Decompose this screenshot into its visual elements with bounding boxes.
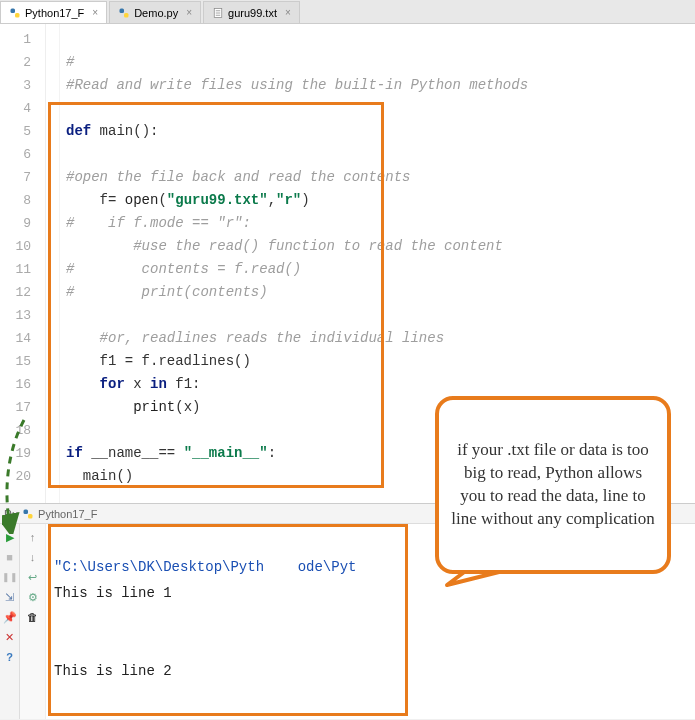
svg-rect-0 xyxy=(11,8,16,13)
up-icon[interactable]: ↑ xyxy=(26,530,40,544)
settings-icon[interactable]: ⚙ xyxy=(26,590,40,604)
fold-column xyxy=(46,24,60,503)
tab-python17[interactable]: Python17_F × xyxy=(0,1,107,23)
tab-demo[interactable]: Demo.py × xyxy=(109,1,201,23)
svg-rect-1 xyxy=(15,13,20,18)
callout-text: if your .txt file or data is too big to … xyxy=(451,439,655,531)
help-icon[interactable]: ? xyxy=(3,650,17,664)
close-icon[interactable]: × xyxy=(186,7,192,18)
tab-label: Python17_F xyxy=(25,7,84,19)
svg-rect-2 xyxy=(120,8,125,13)
down-icon[interactable]: ↓ xyxy=(26,550,40,564)
wrap-icon[interactable]: ↩ xyxy=(26,570,40,584)
close-icon[interactable]: × xyxy=(285,7,291,18)
close-icon[interactable]: × xyxy=(92,7,98,18)
console-line: This is line 2 xyxy=(54,663,172,679)
line-gutter: 12345 678910 1112131415 1617181920 xyxy=(0,24,46,503)
pin-icon[interactable]: 📌 xyxy=(3,610,17,624)
stop-icon[interactable]: ■ xyxy=(3,550,17,564)
highlight-box-console xyxy=(48,524,408,716)
python-icon xyxy=(22,508,34,520)
close-icon[interactable]: ✕ xyxy=(3,630,17,644)
run-toolbar-inner: ↑ ↓ ↩ ⚙ 🗑 xyxy=(20,524,46,719)
run-toolbar-left: ▶ ■ ❚❚ ⇲ 📌 ✕ ? xyxy=(0,524,20,719)
trash-icon[interactable]: 🗑 xyxy=(26,610,40,624)
pause-icon[interactable]: ❚❚ xyxy=(3,570,17,584)
tab-guru99[interactable]: guru99.txt × xyxy=(203,1,300,23)
annotation-callout: if your .txt file or data is too big to … xyxy=(435,396,671,574)
tab-label: guru99.txt xyxy=(228,7,277,19)
run-label: Ru xyxy=(4,508,18,520)
python-icon xyxy=(118,7,130,19)
export-icon[interactable]: ⇲ xyxy=(3,590,17,604)
tab-label: Demo.py xyxy=(134,7,178,19)
svg-rect-9 xyxy=(28,514,33,519)
text-file-icon xyxy=(212,7,224,19)
console-path: "C:\Users\DK\Desktop\Pyth ode\Pyt xyxy=(54,559,356,575)
python-icon xyxy=(9,7,21,19)
svg-rect-8 xyxy=(24,509,29,514)
play-icon[interactable]: ▶ xyxy=(3,530,17,544)
editor-tabs: Python17_F × Demo.py × guru99.txt × xyxy=(0,0,695,24)
svg-rect-3 xyxy=(124,13,129,18)
console-line: This is line 1 xyxy=(54,585,172,601)
